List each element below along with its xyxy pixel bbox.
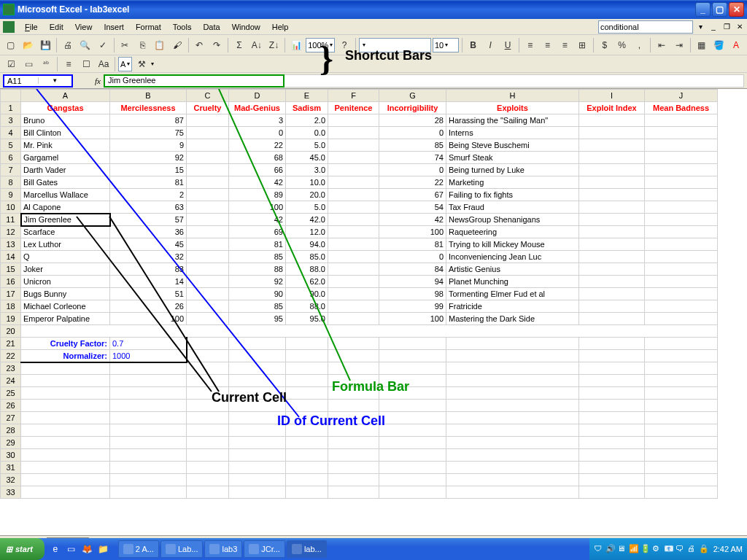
underline-icon[interactable]: U [500,37,516,53]
cell[interactable]: 12.0 [286,226,328,238]
cell[interactable]: 42 [229,214,286,226]
cell[interactable]: 14 [110,276,187,288]
cell[interactable] [446,474,579,486]
cell[interactable] [579,263,645,276]
tool-f-icon[interactable]: Aa [96,56,112,72]
sort-asc-icon[interactable]: A↓ [249,37,265,53]
cell[interactable] [645,474,718,486]
fx-icon[interactable]: fx [95,77,101,85]
cell[interactable]: 92 [110,152,187,164]
cell[interactable] [379,474,446,486]
spreadsheet-grid[interactable]: A B C D E F G H I J 1 Gangstas Merciless… [0,89,747,535]
cell[interactable] [229,375,286,387]
cell[interactable] [187,375,229,387]
col-header-I[interactable]: I [579,90,645,102]
cell[interactable] [379,412,446,424]
cell[interactable] [446,424,579,437]
cell[interactable] [645,288,718,300]
formula-bar-input[interactable]: Jim Greenlee [104,74,285,88]
cell[interactable]: Tormenting Elmer Fud et al [446,288,579,300]
paste-icon[interactable]: 📋 [152,37,168,53]
cell[interactable] [645,300,718,313]
cell[interactable]: Jim Greenlee [21,214,110,226]
help-search-input[interactable] [598,20,693,34]
cell[interactable] [110,424,187,437]
bold-icon[interactable]: B [465,37,481,53]
cell[interactable] [446,486,579,499]
cell[interactable] [21,375,110,387]
tray-icon[interactable]: 🔊 [605,544,616,554]
cell[interactable]: 1000 [110,350,187,362]
cell[interactable] [110,449,187,462]
cell[interactable]: 10.0 [286,176,328,189]
cell[interactable] [286,449,328,462]
cell[interactable]: 94 [379,276,446,288]
cell[interactable]: 32 [110,251,187,263]
cell[interactable] [110,362,187,375]
cell[interactable]: Bugs Bunny [21,288,110,300]
cell[interactable]: Gangstas [21,102,110,114]
italic-icon[interactable]: I [482,37,498,53]
menu-view[interactable]: View [69,21,98,33]
cell[interactable] [446,400,579,412]
cell[interactable] [328,276,379,288]
cell[interactable] [187,139,229,152]
cell[interactable]: 2.0 [286,114,328,127]
cell[interactable] [110,387,187,400]
help-dropdown-icon[interactable]: ▾ [694,21,706,33]
cell[interactable] [579,288,645,300]
menu-window[interactable]: Window [226,21,266,33]
cell[interactable] [645,189,718,201]
autosum-icon[interactable]: Σ [231,37,247,53]
currency-icon[interactable]: $ [597,37,613,53]
cell[interactable] [187,127,229,139]
cell[interactable] [229,486,286,499]
cell[interactable] [645,387,718,400]
cell[interactable] [379,362,446,375]
cell[interactable]: Interns [446,127,579,139]
cell[interactable] [579,127,645,139]
cell[interactable] [645,313,718,325]
minimize-button[interactable]: _ [695,2,711,17]
tray-icon[interactable]: 🔒 [699,544,709,554]
cell[interactable] [187,152,229,164]
cell[interactable] [645,164,718,176]
cell[interactable]: Darth Vader [21,164,110,176]
cell[interactable]: 99 [379,300,446,313]
cell[interactable] [328,164,379,176]
cell[interactable] [187,474,229,486]
cell[interactable] [379,424,446,437]
cell[interactable]: 85 [229,251,286,263]
comma-icon[interactable]: , [631,37,647,53]
cell[interactable]: 100 [229,201,286,214]
chart-wizard-icon[interactable]: 📊 [288,37,304,53]
cell[interactable]: 74 [379,152,446,164]
cell[interactable] [110,462,187,474]
cell[interactable] [645,201,718,214]
cell[interactable] [446,362,579,375]
print-preview-icon[interactable]: 🔍 [77,37,93,53]
cell[interactable] [645,114,718,127]
cell[interactable] [328,139,379,152]
cell[interactable]: 42 [379,214,446,226]
cell[interactable]: 85 [379,139,446,152]
cell[interactable] [187,214,229,226]
cell[interactable] [328,114,379,127]
cell[interactable] [187,276,229,288]
cell[interactable]: Gargamel [21,152,110,164]
cell[interactable]: 69 [229,226,286,238]
menu-data[interactable]: Data [197,21,225,33]
copy-icon[interactable]: ⎘ [134,37,150,53]
cell[interactable] [110,375,187,387]
tool-g-icon[interactable]: ⚒ [133,56,150,72]
cell[interactable]: Unicron [21,276,110,288]
cell[interactable]: Penitence [328,102,379,114]
sort-desc-icon[interactable]: Z↓ [266,37,282,53]
cell[interactable] [21,387,110,400]
cell[interactable]: 88 [229,263,286,276]
cell[interactable] [229,449,286,462]
cell[interactable]: Tax Fraud [446,201,579,214]
maximize-button[interactable]: ▢ [712,2,727,17]
cell[interactable] [379,486,446,499]
cell[interactable] [579,176,645,189]
